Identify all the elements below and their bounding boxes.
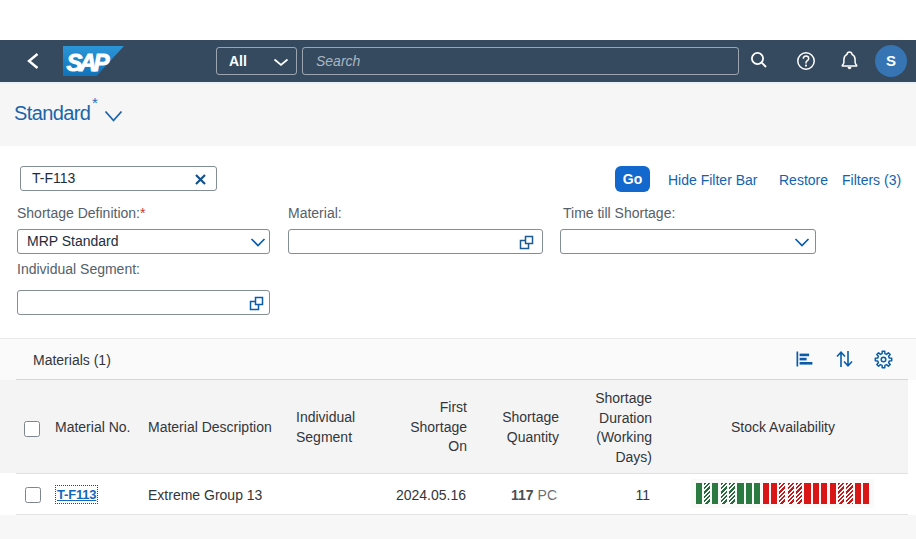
svg-text:SAP: SAP: [67, 49, 111, 76]
